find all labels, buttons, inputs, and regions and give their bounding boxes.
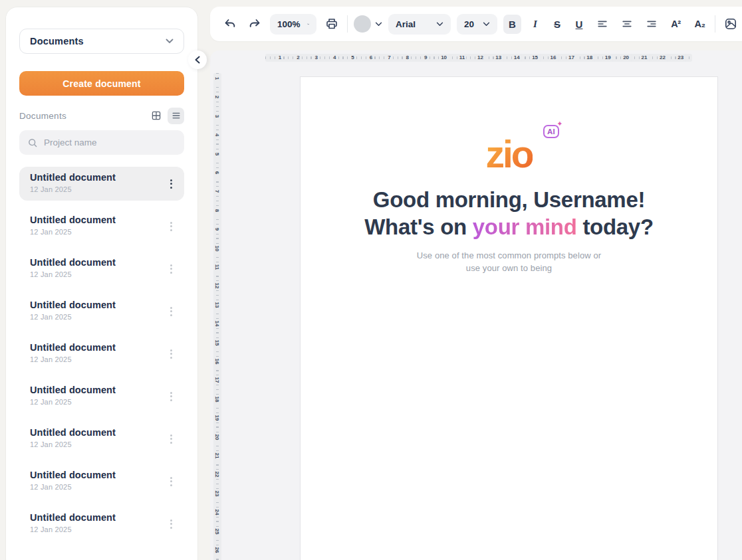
- ruler-number: 10: [439, 54, 449, 62]
- kebab-menu-icon[interactable]: [168, 389, 175, 404]
- ruler-number: 2: [295, 54, 301, 62]
- kebab-menu-icon[interactable]: [168, 219, 175, 234]
- chevron-down-icon: [436, 22, 443, 27]
- italic-button[interactable]: I: [527, 15, 543, 34]
- document-list-item[interactable]: Untitled document 12 Jan 2025: [19, 464, 184, 498]
- document-title: Untitled document: [30, 257, 184, 268]
- ruler-number: 26: [213, 545, 221, 555]
- align-center-icon[interactable]: [618, 15, 636, 33]
- ruler-number: 8: [213, 206, 221, 215]
- greeting-line2-suffix: today?: [577, 215, 654, 239]
- document-date: 12 Jan 2025: [30, 483, 184, 491]
- greeting-line2-prefix: What's on: [364, 215, 473, 239]
- document-title: Untitled document: [30, 385, 184, 395]
- font-size-value: 20: [464, 19, 474, 29]
- document-date: 12 Jan 2025: [30, 185, 184, 193]
- document-date: 12 Jan 2025: [30, 270, 184, 278]
- ruler-number: 5: [350, 54, 356, 62]
- print-icon[interactable]: [322, 15, 341, 33]
- align-left-icon[interactable]: [593, 15, 612, 33]
- document-list-item[interactable]: Untitled document 12 Jan 2025: [19, 252, 184, 286]
- sidebar-collapse-button[interactable]: [188, 50, 207, 69]
- page-content: zio AI ✦ Good morning, Username! What's …: [301, 77, 717, 274]
- kebab-menu-icon[interactable]: [168, 347, 175, 361]
- kebab-menu-icon[interactable]: [168, 177, 175, 191]
- document-list-item[interactable]: Untitled document 12 Jan 2025: [19, 422, 184, 456]
- document-list-item[interactable]: Untitled document 12 Jan 2025: [19, 379, 184, 413]
- ruler-number: 13: [494, 54, 503, 62]
- kebab-menu-icon[interactable]: [168, 304, 175, 319]
- ruler-number: 10: [213, 244, 221, 253]
- text-color-dropdown[interactable]: [354, 15, 382, 33]
- document-title: Untitled document: [30, 470, 184, 480]
- ruler-number: 20: [622, 54, 631, 62]
- ruler-number: 3: [313, 54, 319, 62]
- bold-button[interactable]: B: [503, 15, 521, 34]
- vertical-ruler: 1234567891011121314151617181920212223242…: [213, 73, 221, 560]
- document-title: Untitled document: [30, 300, 184, 310]
- document-list-item[interactable]: Untitled document 12 Jan 2025: [19, 337, 184, 371]
- search-input[interactable]: [44, 138, 176, 147]
- documents-sidebar: Documents Create document Documents Unti…: [5, 7, 198, 560]
- chevron-left-icon: [194, 56, 201, 64]
- ruler-number: 11: [457, 54, 466, 62]
- toolbar-divider: [347, 15, 348, 33]
- greeting-heading: Good morning, Username! What's on your m…: [301, 186, 717, 240]
- document-date: 12 Jan 2025: [30, 355, 184, 363]
- align-right-icon[interactable]: [642, 15, 661, 33]
- document-page[interactable]: zio AI ✦ Good morning, Username! What's …: [300, 76, 718, 560]
- ruler-number: 22: [213, 470, 221, 479]
- search-box: [19, 130, 184, 155]
- create-document-button[interactable]: Create document: [19, 71, 184, 96]
- document-list-item[interactable]: Untitled document 12 Jan 2025: [19, 294, 184, 328]
- ruler-number: 7: [213, 187, 221, 196]
- editor-toolbar: 100% Arial 20 B I S U A² A₂: [210, 7, 742, 41]
- kebab-menu-icon[interactable]: [168, 432, 175, 446]
- ruler-number: 4: [331, 54, 337, 62]
- redo-icon[interactable]: [245, 15, 264, 33]
- font-family-dropdown[interactable]: Arial: [388, 14, 451, 35]
- strikethrough-button[interactable]: S: [549, 15, 565, 34]
- underline-button[interactable]: U: [571, 15, 587, 34]
- ruler-number: 2: [213, 92, 221, 102]
- workspace-selector-dropdown[interactable]: Documents: [19, 29, 184, 54]
- subtitle-line2: use your own to being: [301, 262, 717, 274]
- ruler-number: 14: [213, 319, 221, 328]
- document-date: 12 Jan 2025: [30, 313, 184, 321]
- document-list-item[interactable]: Untitled document 12 Jan 2025: [19, 209, 184, 243]
- text-color-swatch-icon: [354, 15, 371, 33]
- grid-view-icon[interactable]: [148, 108, 164, 124]
- zoom-level-dropdown[interactable]: 100%: [270, 14, 316, 35]
- search-icon: [27, 138, 38, 148]
- ruler-number: 9: [422, 54, 428, 62]
- insert-image-icon[interactable]: [721, 15, 740, 33]
- greeting-line2: What's on your mind today?: [301, 213, 717, 240]
- sparkle-icon: ✦: [556, 120, 562, 128]
- ruler-number: 18: [585, 54, 594, 62]
- document-title: Untitled document: [30, 427, 184, 438]
- document-list-item[interactable]: Untitled document 12 Jan 2025: [19, 507, 184, 541]
- ruler-number: 7: [386, 54, 392, 62]
- workspace-selector-label: Documents: [30, 36, 84, 47]
- superscript-button[interactable]: A²: [667, 15, 685, 34]
- subscript-button[interactable]: A₂: [691, 15, 709, 34]
- kebab-menu-icon[interactable]: [168, 474, 175, 489]
- horizontal-ruler: 1234567891011121314151617181920212223: [265, 54, 692, 62]
- kebab-menu-icon[interactable]: [168, 517, 175, 531]
- ruler-number: 1: [277, 54, 283, 62]
- ruler-number: 3: [213, 112, 221, 121]
- ruler-number: 11: [213, 262, 221, 272]
- documents-section-header: Documents: [19, 107, 184, 124]
- zoom-level-value: 100%: [277, 19, 301, 29]
- document-list-item[interactable]: Untitled document 12 Jan 2025: [19, 167, 184, 201]
- ruler-number: 20: [213, 432, 221, 442]
- list-view-icon[interactable]: [168, 108, 184, 124]
- kebab-menu-icon[interactable]: [168, 262, 175, 276]
- subtitle-line1: Use one of the most common prompts below…: [301, 249, 717, 262]
- font-size-dropdown[interactable]: 20: [457, 14, 497, 35]
- ruler-number: 23: [676, 54, 685, 62]
- chevron-down-icon: [375, 22, 382, 27]
- ruler-number: 6: [213, 168, 221, 177]
- document-title: Untitled document: [30, 172, 184, 183]
- undo-icon[interactable]: [221, 15, 239, 33]
